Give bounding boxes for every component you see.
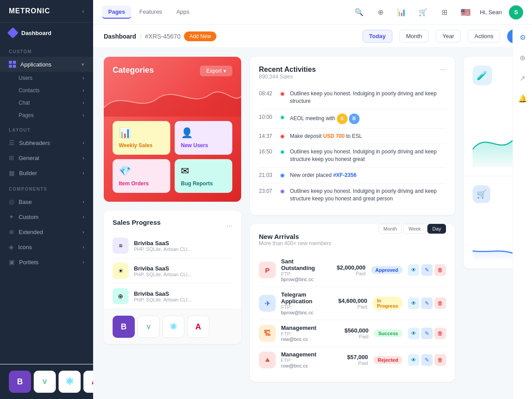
rs-send-icon[interactable]: ↗ <box>516 71 530 85</box>
na-view-0[interactable]: 👁 <box>408 264 419 276</box>
na-tab-month[interactable]: Month <box>379 224 402 234</box>
activity-item-5: 23:07 Outlines keep you honest. Indulgin… <box>259 184 446 207</box>
chart-icon[interactable]: 📊 <box>395 5 409 20</box>
activity-item-3: 16:50 Outlines keep you honest. Indulgin… <box>259 144 446 168</box>
sales-progress-menu-icon[interactable]: ··· <box>227 222 232 230</box>
sp-icon-0: ≡ <box>113 238 129 254</box>
applications-label: Applications <box>20 61 51 68</box>
export-button[interactable]: Export ▾ <box>200 66 232 76</box>
top-navigation: Pages Features Apps 🔍 ⊕ 📊 🛒 ⊞ 🇺🇸 Hi, Sea… <box>93 0 532 25</box>
activity-dot-2 <box>280 134 285 139</box>
sidebar-item-applications[interactable]: Applications ▾ <box>0 57 93 72</box>
categories-title: Categories <box>113 66 154 75</box>
na-edit-2[interactable]: ✎ <box>421 328 433 339</box>
bootstrap-badge: B <box>113 316 135 338</box>
subheaders-icon: ☰ <box>9 139 15 146</box>
categories-card: Categories Export ▾ 📊 <box>104 57 241 202</box>
activity-item-1: 10:00 AEOL meeting with A B <box>259 110 446 129</box>
sp-icon-1: ☀ <box>113 263 129 279</box>
sp-name-1: Briviba SaaS <box>134 265 192 272</box>
sidebar-item-extended[interactable]: ⊕ Extended › <box>0 224 93 239</box>
dashboard-icon <box>7 27 18 38</box>
activity-dot-1 <box>280 115 285 120</box>
sidebar-sub-users[interactable]: Users › <box>0 72 93 84</box>
year-button[interactable]: Year <box>436 30 461 43</box>
tech-logos-bottom: B V ⚛ A <box>104 309 241 344</box>
cat-weekly-sales[interactable]: 📊 Weekly Sales <box>113 121 170 155</box>
main-area: Pages Features Apps 🔍 ⊕ 📊 🛒 ⊞ 🇺🇸 Hi, Sea… <box>93 0 532 399</box>
na-actions-2: 👁 ✎ 🗑 <box>408 328 446 339</box>
sidebar: METRONIC ‹ Dashboard CUSTOM Applications… <box>0 0 93 399</box>
add-new-button[interactable]: Add New <box>184 31 216 41</box>
portlets-icon: ▣ <box>9 258 15 266</box>
sidebar-sub-chat[interactable]: Chat › <box>0 97 93 109</box>
section-components-label: COMPONENTS <box>0 180 93 194</box>
react-logo: ⚛ <box>59 371 81 393</box>
nav-tab-features[interactable]: Features <box>133 6 168 19</box>
na-actions-3: 👁 ✎ 🗑 <box>408 354 446 366</box>
activity-dot-5 <box>280 189 285 194</box>
sidebar-item-builder[interactable]: ▦ Builder › <box>0 165 93 180</box>
sidebar-item-general[interactable]: ⊞ General › <box>0 150 93 165</box>
na-actions-1: 👁 ✎ 🗑 <box>408 297 446 309</box>
cat-new-users[interactable]: 👤 New Users <box>175 121 232 155</box>
today-button[interactable]: Today <box>363 30 392 43</box>
na-tab-week[interactable]: Week <box>403 224 426 234</box>
sidebar-item-dashboard[interactable]: Dashboard <box>0 23 93 43</box>
month-button[interactable]: Month <box>399 30 429 43</box>
na-edit-3[interactable]: ✎ <box>421 354 433 366</box>
na-ftp-1: FTP: bprow@bnc.cc <box>281 305 317 315</box>
sidebar-item-icons[interactable]: ◈ Icons › <box>0 239 93 254</box>
na-delete-2[interactable]: 🗑 <box>434 328 446 339</box>
na-price-2: $560,000 <box>329 327 368 334</box>
na-delete-1[interactable]: 🗑 <box>434 297 446 309</box>
na-delete-0[interactable]: 🗑 <box>434 264 446 276</box>
search-icon[interactable]: 🔍 <box>352 5 366 20</box>
na-delete-3[interactable]: 🗑 <box>434 354 446 366</box>
grid-icon[interactable]: ⊞ <box>437 5 451 20</box>
flag-icon[interactable]: 🇺🇸 <box>458 5 473 20</box>
na-name-0: Sant Outstanding <box>281 258 315 271</box>
sidebar-item-portlets[interactable]: ▣ Portlets › <box>0 254 93 270</box>
sidebar-item-subheaders[interactable]: ☰ Subheaders › <box>0 135 93 150</box>
sidebar-sub-pages[interactable]: Pages › <box>0 109 93 121</box>
na-view-2[interactable]: 👁 <box>408 328 419 339</box>
rs-settings-icon[interactable]: ⊕ <box>516 51 530 65</box>
sp-item-0: ≡ Briviba SaaS PHP, SQLite, Artisan CLI.… <box>113 233 232 258</box>
nav-tab-pages[interactable]: Pages <box>102 6 131 19</box>
cat-item-orders[interactable]: 💎 Item Orders <box>113 159 170 193</box>
extended-icon: ⊕ <box>9 228 14 235</box>
sidebar-header: METRONIC ‹ <box>0 0 93 23</box>
activity-avatar-2: B <box>349 113 360 124</box>
na-tab-day[interactable]: Day <box>427 224 446 234</box>
sidebar-collapse-icon[interactable]: ‹ <box>82 8 84 15</box>
sidebar-dashboard-label: Dashboard <box>21 30 51 36</box>
na-edit-0[interactable]: ✎ <box>421 264 433 276</box>
sidebar-sub-contacts[interactable]: Contacts › <box>0 84 93 97</box>
na-status-0: Approved <box>371 266 403 274</box>
tech-logos-strip: B V ⚛ A <box>0 364 93 399</box>
activities-menu-icon[interactable]: ··· <box>440 66 446 74</box>
na-view-1[interactable]: 👁 <box>408 297 419 309</box>
section-custom-label: CUSTOM <box>0 43 93 57</box>
sp-item-2: ⊕ Briviba SaaS PHP, SQLite, Artisan CLI.… <box>113 284 232 309</box>
user-greeting: Hi, Sean <box>480 9 502 16</box>
sidebar-item-base[interactable]: ◎ Base › <box>0 194 93 209</box>
user-avatar[interactable]: S <box>509 5 523 20</box>
bug-reports-label: Bug Reports <box>181 180 226 187</box>
sidebar-item-custom[interactable]: ✦ Custom › <box>0 209 93 224</box>
na-view-3[interactable]: 👁 <box>408 354 419 366</box>
cat-bug-reports[interactable]: ✉ Bug Reports <box>175 159 232 193</box>
na-edit-1[interactable]: ✎ <box>421 297 433 309</box>
angular-badge: A <box>187 316 209 338</box>
export-chevron-icon: ▾ <box>223 68 226 74</box>
item-orders-label: Item Orders <box>119 180 164 187</box>
network-icon[interactable]: ⊕ <box>373 5 387 20</box>
rs-bell-icon[interactable]: 🔔 <box>516 91 530 106</box>
cart-icon[interactable]: 🛒 <box>416 5 430 20</box>
angular-logo: A <box>83 371 93 393</box>
na-ftp-2: FTP: row@bnc.cc <box>281 331 318 342</box>
icons-icon: ◈ <box>9 243 14 250</box>
nav-tab-apps[interactable]: Apps <box>170 6 196 19</box>
actions-button[interactable]: Actions <box>468 30 500 43</box>
